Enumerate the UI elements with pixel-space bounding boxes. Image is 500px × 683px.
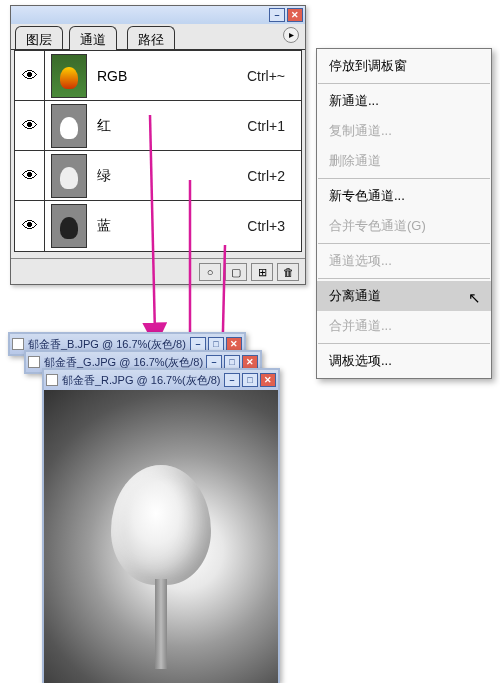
window-titlebar[interactable]: 郁金香_R.JPG @ 16.7%(灰色/8) – □ ✕	[44, 370, 278, 390]
panel-minimize-button[interactable]: –	[269, 8, 285, 22]
menu-separator	[318, 278, 490, 279]
channel-thumbnail	[51, 104, 87, 148]
window-minimize-button[interactable]: –	[224, 373, 240, 387]
load-selection-button[interactable]: ○	[199, 263, 221, 281]
tab-channels[interactable]: 通道	[69, 26, 117, 50]
panel-menu-button[interactable]: ▸	[283, 27, 299, 43]
channel-shortcut: Ctrl+1	[247, 118, 285, 134]
channel-row-green[interactable]: 👁 绿 Ctrl+2	[15, 151, 301, 201]
menu-separator	[318, 343, 490, 344]
channel-shortcut: Ctrl+~	[247, 68, 285, 84]
channel-shortcut: Ctrl+2	[247, 168, 285, 184]
window-close-button[interactable]: ✕	[260, 373, 276, 387]
panel-close-button[interactable]: ✕	[287, 8, 303, 22]
window-icon	[46, 374, 58, 386]
visibility-toggle[interactable]: 👁	[15, 51, 45, 100]
menu-dock-to-palette[interactable]: 停放到调板窗	[317, 51, 491, 81]
tab-paths[interactable]: 路径	[127, 26, 175, 50]
menu-separator	[318, 83, 490, 84]
channel-name: 蓝	[97, 217, 157, 235]
window-maximize-button[interactable]: □	[224, 355, 240, 369]
new-channel-button[interactable]: ⊞	[251, 263, 273, 281]
channel-name: 绿	[97, 167, 157, 185]
panel-titlebar: – ✕	[11, 6, 305, 24]
menu-separator	[318, 243, 490, 244]
visibility-toggle[interactable]: 👁	[15, 201, 45, 251]
channel-row-rgb[interactable]: 👁 RGB Ctrl+~	[15, 51, 301, 101]
delete-channel-button[interactable]: 🗑	[277, 263, 299, 281]
image-window-red[interactable]: 郁金香_R.JPG @ 16.7%(灰色/8) – □ ✕	[42, 368, 280, 683]
window-title: 郁金香_R.JPG @ 16.7%(灰色/8)	[62, 373, 220, 388]
window-minimize-button[interactable]: –	[206, 355, 222, 369]
window-minimize-button[interactable]: –	[190, 337, 206, 351]
visibility-toggle[interactable]: 👁	[15, 151, 45, 200]
panel-footer: ○ ▢ ⊞ 🗑	[11, 258, 305, 284]
panel-tabs: 图层 通道 路径 ▸	[11, 24, 305, 50]
menu-new-channel[interactable]: 新通道...	[317, 86, 491, 116]
menu-separator	[318, 178, 490, 179]
window-close-button[interactable]: ✕	[242, 355, 258, 369]
menu-channel-options: 通道选项...	[317, 246, 491, 276]
channel-thumbnail	[51, 54, 87, 98]
channel-row-blue[interactable]: 👁 蓝 Ctrl+3	[15, 201, 301, 251]
menu-merge-channels: 合并通道...	[317, 311, 491, 341]
visibility-toggle[interactable]: 👁	[15, 101, 45, 150]
menu-split-channels[interactable]: 分离通道 ↖	[317, 281, 491, 311]
menu-duplicate-channel: 复制通道...	[317, 116, 491, 146]
menu-item-label: 分离通道	[329, 288, 381, 303]
window-maximize-button[interactable]: □	[242, 373, 258, 387]
save-selection-button[interactable]: ▢	[225, 263, 247, 281]
tulip-graphic	[101, 465, 221, 625]
menu-palette-options[interactable]: 调板选项...	[317, 346, 491, 376]
window-close-button[interactable]: ✕	[226, 337, 242, 351]
channel-shortcut: Ctrl+3	[247, 218, 285, 234]
menu-merge-spot-channel: 合并专色通道(G)	[317, 211, 491, 241]
channel-name: 红	[97, 117, 157, 135]
image-canvas[interactable]	[44, 390, 278, 683]
cursor-icon: ↖	[468, 289, 481, 307]
channel-thumbnail	[51, 154, 87, 198]
window-maximize-button[interactable]: □	[208, 337, 224, 351]
window-icon	[12, 338, 24, 350]
panel-context-menu: 停放到调板窗 新通道... 复制通道... 删除通道 新专色通道... 合并专色…	[316, 48, 492, 379]
channels-panel: – ✕ 图层 通道 路径 ▸ 👁 RGB Ctrl+~ 👁 红 Ctrl+1 👁…	[10, 5, 306, 285]
menu-delete-channel: 删除通道	[317, 146, 491, 176]
channel-list: 👁 RGB Ctrl+~ 👁 红 Ctrl+1 👁 绿 Ctrl+2 👁 蓝 C…	[14, 50, 302, 252]
channel-name: RGB	[97, 68, 157, 84]
window-icon	[28, 356, 40, 368]
channel-thumbnail	[51, 204, 87, 248]
tab-layers[interactable]: 图层	[15, 26, 63, 50]
channel-row-red[interactable]: 👁 红 Ctrl+1	[15, 101, 301, 151]
menu-new-spot-channel[interactable]: 新专色通道...	[317, 181, 491, 211]
